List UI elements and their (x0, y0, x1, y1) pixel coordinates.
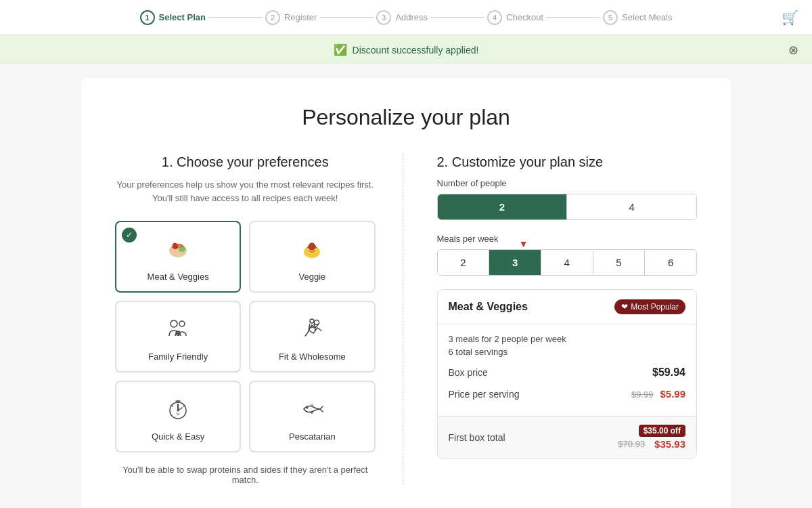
meals-option-2[interactable]: 2 (438, 250, 490, 275)
people-option-4[interactable]: 4 (567, 194, 696, 219)
discount-close-button[interactable]: ⊗ (788, 43, 798, 58)
step-line-1 (208, 17, 263, 18)
top-nav: 1 Select Plan 2 Register 3 Address 4 Che… (0, 0, 812, 35)
fit-wholesome-icon (298, 316, 325, 346)
meals-option-5[interactable]: 5 (593, 250, 646, 275)
step-5-label: Select Meals (622, 12, 672, 22)
step-4-label: Checkout (506, 12, 543, 22)
discount-off-badge: $35.00 off (639, 425, 685, 437)
most-popular-badge: ❤ Most Popular (614, 299, 685, 314)
step-2-label: Register (284, 12, 317, 22)
pref-family-friendly[interactable]: Family Friendly (115, 301, 241, 373)
step-5[interactable]: 5 Select Meals (603, 10, 672, 25)
most-popular-label: Most Popular (631, 302, 679, 312)
two-column-layout: 1. Choose your preferences Your preferen… (115, 154, 697, 485)
left-column: 1. Choose your preferences Your preferen… (115, 154, 403, 485)
price-per-serving-values: $9.99 $5.99 (631, 388, 685, 400)
fit-wholesome-label: Fit & Wholesome (279, 352, 346, 362)
meals-options-row: 2 3 4 5 6 (437, 249, 698, 276)
price-discounted: $5.99 (660, 388, 685, 400)
step-line-2 (319, 17, 374, 18)
pescatarian-label: Pescatarian (289, 431, 336, 442)
quick-easy-label: Quick & Easy (152, 431, 204, 442)
step-3-circle: 3 (376, 10, 391, 25)
veggie-label: Veggie (298, 272, 325, 282)
servings-desc: 6 total servings (449, 347, 686, 357)
svg-point-6 (179, 321, 185, 326)
meals-option-6[interactable]: 6 (645, 250, 696, 275)
meat-veggies-label: Meat & Veggies (148, 272, 209, 282)
meals-desc: 3 meals for 2 people per week (449, 334, 686, 344)
step-2[interactable]: 2 Register (265, 10, 317, 25)
plan-detail-header: Meat & Veggies ❤ Most Popular (438, 290, 697, 324)
people-option-2[interactable]: 2 (438, 194, 568, 219)
meals-label: Meals per week (437, 234, 698, 244)
cart-icon[interactable]: 🛒 (782, 9, 798, 26)
heart-icon: ❤ (621, 302, 628, 312)
price-per-serving-label: Price per serving (449, 389, 520, 400)
meals-indicator-arrow: ▼ (519, 238, 528, 249)
pref-meat-veggies[interactable]: ✓ Meat & Veggies (115, 221, 241, 293)
right-column: 2. Customize your plan size Number of pe… (430, 154, 698, 485)
swap-note: You'll be able to swap proteins and side… (115, 465, 376, 485)
svg-point-12 (307, 407, 309, 409)
step-line-3 (430, 17, 484, 18)
meals-indicator-wrapper: ▼ 2 3 4 5 6 (437, 249, 698, 276)
box-price-label: Box price (449, 367, 488, 378)
box-price-row: Box price $59.94 (449, 366, 686, 379)
svg-point-9 (310, 319, 314, 323)
meals-option-3[interactable]: 3 (489, 250, 541, 275)
discount-message: Discount successfully applied! (353, 45, 479, 56)
pref-veggie[interactable]: Veggie (249, 221, 375, 293)
step-1-circle: 1 (140, 10, 155, 25)
svg-point-11 (177, 410, 179, 412)
step-3-label: Address (395, 12, 428, 22)
step-5-circle: 5 (603, 10, 618, 25)
first-box-price-line: $70.93 $35.93 (618, 438, 685, 450)
meat-veggies-icon (164, 236, 191, 266)
box-price-value: $59.94 (652, 366, 685, 379)
discount-banner: ✅ Discount successfully applied! ⊗ (0, 35, 812, 64)
svg-point-5 (171, 320, 177, 327)
pref-fit-wholesome[interactable]: Fit & Wholesome (249, 301, 375, 373)
svg-point-2 (179, 247, 185, 252)
veggie-icon (298, 236, 325, 266)
preferences-desc: Your preferences help us show you the mo… (115, 178, 376, 205)
first-box-prices: $35.00 off $70.93 $35.93 (618, 425, 685, 450)
step-2-circle: 2 (265, 10, 280, 25)
plan-detail-body: 3 meals for 2 people per week 6 total se… (438, 324, 697, 409)
preferences-title: 1. Choose your preferences (115, 154, 376, 170)
step-1-label: Select Plan (159, 12, 206, 22)
price-per-serving-row: Price per serving $9.99 $5.99 (449, 388, 686, 400)
first-box-label: First box total (449, 432, 505, 443)
family-friendly-label: Family Friendly (148, 352, 208, 362)
first-box-discounted: $35.93 (654, 438, 685, 450)
pref-quick-easy[interactable]: Quick & Easy (115, 381, 241, 452)
selected-check-meat-veggies: ✓ (122, 228, 137, 242)
step-4[interactable]: 4 Checkout (487, 10, 543, 25)
pref-pescatarian[interactable]: Pescatarian (249, 381, 375, 452)
first-box-row: First box total $35.00 off $70.93 $35.93 (438, 416, 697, 458)
customize-title: 2. Customize your plan size (437, 154, 698, 170)
meals-option-4[interactable]: 4 (541, 250, 593, 275)
preferences-grid: ✓ Meat & Veggies (115, 221, 376, 452)
discount-check-icon: ✅ (334, 43, 347, 56)
nav-steps: 1 Select Plan 2 Register 3 Address 4 Che… (140, 10, 673, 25)
family-friendly-icon (164, 316, 191, 346)
main-card: Personalize your plan 1. Choose your pre… (81, 78, 731, 508)
first-box-original: $70.93 (618, 439, 645, 449)
step-line-4 (546, 17, 600, 18)
page-title: Personalize your plan (115, 105, 697, 130)
people-label: Number of people (437, 178, 698, 188)
step-1[interactable]: 1 Select Plan (140, 10, 206, 25)
price-original: $9.99 (631, 389, 654, 400)
plan-detail-card: Meat & Veggies ❤ Most Popular 3 meals fo… (437, 289, 698, 459)
quick-easy-icon (164, 396, 191, 426)
people-options-row: 2 4 (437, 194, 698, 220)
plan-name: Meat & Veggies (449, 301, 528, 313)
step-3[interactable]: 3 Address (376, 10, 428, 25)
step-4-circle: 4 (487, 10, 502, 25)
pescatarian-icon (298, 396, 325, 426)
